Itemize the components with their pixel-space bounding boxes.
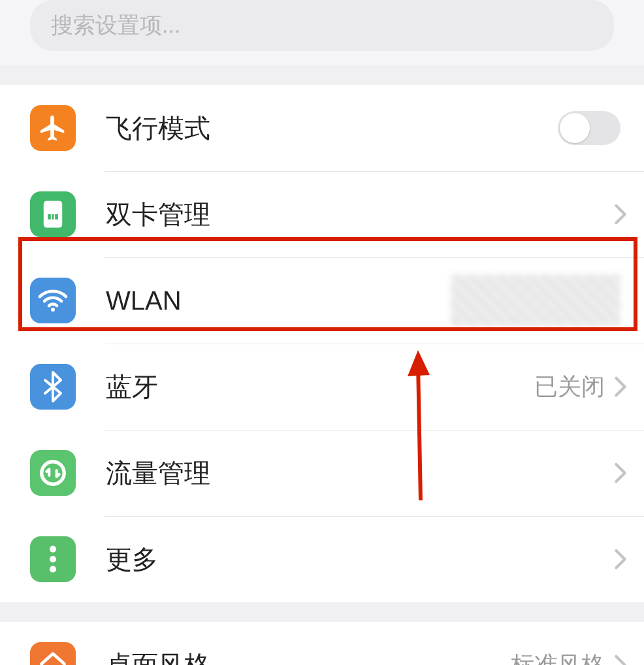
settings-item-bluetooth[interactable]: 蓝牙 已关闭 (0, 344, 644, 430)
svg-rect-3 (55, 214, 58, 219)
data-icon (30, 450, 76, 496)
settings-item-sim[interactable]: 双卡管理 (0, 171, 644, 257)
settings-value-desktop: 标准风格 (511, 649, 605, 666)
more-icon (30, 536, 76, 582)
settings-label-more: 更多 (106, 542, 614, 577)
settings-label-sim: 双卡管理 (106, 197, 614, 233)
chevron-right-icon (614, 461, 627, 485)
bluetooth-icon (30, 364, 76, 410)
svg-point-5 (42, 462, 65, 485)
toggle-knob (560, 113, 590, 143)
home-icon (30, 642, 76, 665)
wlan-value-blurred (451, 274, 620, 327)
settings-group-network: 飞行模式 双卡管理 WLAN 蓝牙 已关闭 (0, 85, 644, 602)
settings-value-bluetooth: 已关闭 (534, 371, 605, 403)
settings-label-wlan: WLAN (106, 286, 451, 316)
settings-label-airplane: 飞行模式 (106, 110, 558, 146)
settings-item-data[interactable]: 流量管理 (0, 430, 644, 516)
settings-label-desktop: 桌面风格 (106, 647, 511, 666)
airplane-icon (30, 105, 76, 151)
svg-point-6 (50, 546, 56, 553)
airplane-toggle[interactable] (558, 111, 620, 145)
svg-point-8 (50, 566, 56, 572)
sim-icon (30, 191, 76, 237)
settings-item-desktop[interactable]: 桌面风格 标准风格 (0, 622, 644, 665)
settings-group-display: 桌面风格 标准风格 (0, 622, 644, 665)
settings-item-airplane[interactable]: 飞行模式 (0, 85, 644, 171)
search-placeholder: 搜索设置项... (51, 10, 180, 41)
chevron-right-icon (614, 203, 627, 226)
settings-item-wlan[interactable]: WLAN (0, 257, 644, 344)
svg-rect-2 (52, 214, 54, 219)
settings-item-more[interactable]: 更多 (0, 516, 644, 602)
chevron-right-icon (614, 375, 627, 398)
settings-label-data: 流量管理 (106, 455, 614, 491)
search-bar[interactable]: 搜索设置项... (30, 0, 614, 51)
chevron-right-icon (614, 547, 627, 571)
settings-label-bluetooth: 蓝牙 (106, 369, 534, 405)
svg-point-7 (50, 556, 56, 562)
wifi-icon (30, 278, 76, 323)
chevron-right-icon (614, 653, 627, 665)
svg-point-4 (51, 308, 55, 312)
svg-rect-1 (48, 214, 51, 219)
